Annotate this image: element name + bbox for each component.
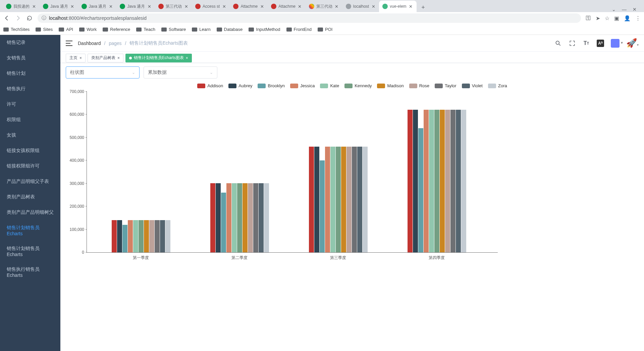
text-size-icon[interactable]: TT [583, 40, 590, 47]
bar[interactable] [440, 110, 445, 252]
close-icon[interactable]: ✕ [147, 4, 152, 9]
bar[interactable] [165, 220, 170, 252]
browser-tab[interactable]: Java 通月 ✕ [116, 1, 155, 12]
bar[interactable] [264, 183, 269, 252]
sidebar-item[interactable]: 许可 [0, 97, 60, 112]
bar[interactable] [232, 183, 237, 252]
close-icon[interactable]: ✕ [334, 4, 339, 9]
close-icon[interactable]: ✕ [32, 4, 36, 9]
bar[interactable] [456, 110, 461, 252]
bar[interactable] [352, 147, 357, 252]
browser-tab[interactable]: 第三代动 ✕ [306, 1, 342, 12]
bar[interactable] [221, 193, 226, 252]
legend-item[interactable]: Rose [409, 83, 429, 88]
bar[interactable] [248, 183, 253, 252]
star-icon[interactable]: ☆ [605, 15, 609, 21]
page-tab[interactable]: 类别产品树表× [88, 54, 123, 62]
close-icon[interactable]: ✕ [184, 4, 189, 9]
bookmark-item[interactable]: TechSites [3, 27, 30, 32]
legend-item[interactable]: Violet [462, 83, 483, 88]
bar[interactable] [325, 147, 330, 252]
bar[interactable] [155, 220, 160, 252]
bookmark-item[interactable]: Learn [192, 27, 210, 32]
bar[interactable] [341, 147, 346, 252]
browser-tab[interactable]: 我投递的 ✕ [3, 1, 40, 12]
bar[interactable] [243, 183, 248, 252]
bookmark-item[interactable]: Sites [36, 27, 53, 32]
bookmark-item[interactable]: InputMethod [249, 27, 280, 32]
window-close-icon[interactable]: ✕ [633, 7, 637, 12]
browser-tab[interactable]: Java 通月 ✕ [78, 1, 117, 12]
sidebar-item[interactable]: 销售执行 [0, 81, 60, 97]
key-icon[interactable]: ⚿ [586, 15, 591, 21]
bar[interactable] [429, 110, 434, 252]
sidebar-item[interactable]: 销售执行销售员Echarts [0, 262, 60, 283]
legend-item[interactable]: Madison [377, 83, 404, 88]
browser-tab[interactable]: Attachme ✕ [268, 1, 306, 12]
sidebar-item[interactable]: 链接女孩权限组 [0, 143, 60, 158]
legend-item[interactable]: Aubrey [228, 83, 252, 88]
bar[interactable] [413, 110, 418, 252]
bar[interactable] [216, 183, 221, 252]
browser-tab[interactable]: Attachme ✕ [230, 1, 268, 12]
send-icon[interactable]: ➤ [596, 15, 600, 21]
browser-tab[interactable]: vue-elem ✕ [379, 1, 416, 12]
close-icon[interactable]: ✕ [70, 4, 75, 9]
bar[interactable] [408, 110, 413, 252]
bookmark-item[interactable]: Software [161, 27, 186, 32]
fullscreen-icon[interactable] [569, 40, 576, 47]
bar[interactable] [363, 147, 368, 252]
bookmark-item[interactable]: FrontEnd [286, 27, 312, 32]
hamburger-icon[interactable] [66, 41, 72, 46]
bar[interactable] [112, 220, 117, 252]
legend-item[interactable]: Zora [488, 83, 507, 88]
translate-icon[interactable]: A⁵ [597, 40, 604, 47]
bar[interactable] [314, 147, 319, 252]
bookmark-item[interactable]: Reference [103, 27, 130, 32]
legend-item[interactable]: Brooklyn [258, 83, 285, 88]
bar[interactable] [128, 220, 133, 252]
bar[interactable] [424, 110, 429, 252]
browser-tab[interactable]: Access st ✕ [192, 1, 230, 12]
close-icon[interactable]: ✕ [298, 4, 302, 9]
sidebar-item[interactable]: 销售记录 [0, 35, 60, 50]
bar[interactable] [210, 183, 215, 252]
sidebar-item[interactable]: 销售计划 [0, 66, 60, 81]
browser-tab[interactable]: 第三代动 ✕ [155, 1, 192, 12]
bar[interactable] [133, 220, 138, 252]
data-mode-select[interactable]: 累加数据 ⌄ [144, 66, 217, 79]
page-tab[interactable]: 主页× [66, 54, 86, 62]
close-icon[interactable]: ✕ [260, 4, 264, 9]
window-minimize-icon[interactable]: — [622, 7, 627, 12]
close-icon[interactable]: ✕ [371, 4, 376, 9]
bar[interactable] [144, 220, 149, 252]
bookmark-item[interactable]: Database [217, 27, 243, 32]
sidebar-item[interactable]: 类别产品树表 [0, 189, 60, 205]
bar[interactable] [450, 110, 455, 252]
url-input[interactable]: ⓘ localhost:8000/#/echartsreportsalespla… [38, 13, 581, 23]
legend-item[interactable]: Kate [320, 83, 339, 88]
sidebar-item[interactable]: 类别产品产品明细树父 [0, 205, 60, 220]
bar[interactable] [226, 183, 231, 252]
sidebar-item[interactable]: 链接权限组许可 [0, 158, 60, 174]
avatar[interactable]: ▼ [611, 39, 620, 48]
window-chevron-icon[interactable]: ⌄ [612, 7, 616, 12]
bar[interactable] [160, 220, 165, 252]
rocket-icon[interactable]: 🚀▾ [626, 38, 639, 48]
bar[interactable] [346, 147, 352, 252]
bar[interactable] [259, 183, 264, 252]
close-icon[interactable]: ✕ [108, 4, 113, 9]
close-icon[interactable]: × [186, 56, 188, 60]
site-info-icon[interactable]: ⓘ [42, 15, 46, 21]
sidebar-item[interactable]: 产品产品明细父子表 [0, 174, 60, 189]
sidebar-item[interactable]: 销售计划销售员Echarts [0, 220, 60, 241]
close-icon[interactable]: × [79, 56, 82, 60]
kebab-menu-icon[interactable]: ⋮ [635, 15, 641, 21]
bar[interactable] [320, 160, 325, 252]
bar[interactable] [309, 147, 314, 252]
bar[interactable] [357, 147, 362, 252]
chart-type-select[interactable]: 柱状图 ⌄ [66, 66, 140, 79]
sidebar-item[interactable]: 女孩 [0, 128, 60, 143]
legend-item[interactable]: Jessica [290, 83, 315, 88]
bar[interactable] [461, 110, 466, 252]
